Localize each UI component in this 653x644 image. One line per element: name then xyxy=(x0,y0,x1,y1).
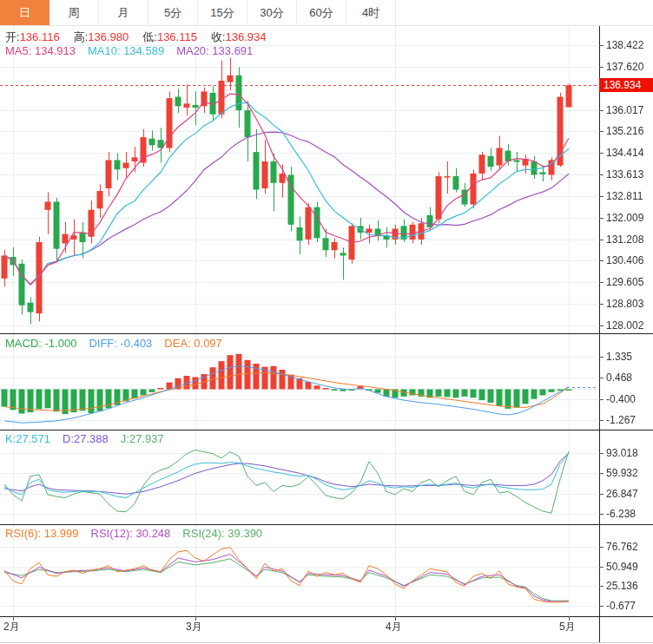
y-axis-tick-label: 93.018 xyxy=(606,447,638,459)
tab-60min[interactable]: 60分 xyxy=(297,0,346,25)
y-axis-tick-label: 132.009 xyxy=(606,212,643,224)
ohlc-label: 低: xyxy=(142,30,157,43)
stock-chart-app: 日周月5分15分30分60分4时 开:136.116高:136.980低:136… xyxy=(0,0,653,644)
ohlc-value: 136.980 xyxy=(88,30,129,43)
macd-legend: MACD: -1.000DIFF: -0.403DEA: 0.097 xyxy=(5,337,234,350)
y-axis-tick-label: 130.406 xyxy=(606,254,643,266)
y-axis-tick-label: 26.847 xyxy=(606,488,638,500)
y-axis-tick-label: 25.136 xyxy=(606,580,638,592)
candlestick-chart-canvas[interactable] xyxy=(0,0,653,644)
tab-week[interactable]: 周 xyxy=(49,0,99,25)
legend-item: RSI(12): 30.248 xyxy=(91,527,171,540)
y-axis-tick-label: 137.620 xyxy=(606,61,643,73)
y-axis-tick-label: -6.238 xyxy=(606,508,636,520)
y-axis-tick-label: 128.803 xyxy=(606,298,643,310)
y-axis-tick-label: 138.422 xyxy=(606,39,643,51)
y-axis-tick-label: -0.400 xyxy=(606,393,636,405)
ohlc-value: 136.116 xyxy=(20,30,60,43)
y-axis-tick-label: 133.613 xyxy=(606,168,643,181)
last-price-badge: 136.934 xyxy=(599,78,653,92)
ma-legend: MA5: 134.913MA10: 134.589MA20: 133.691 xyxy=(5,44,265,57)
y-axis-tick-label: 50.949 xyxy=(606,561,638,573)
tab-day[interactable]: 日 xyxy=(0,0,49,25)
legend-item: MA10: 134.589 xyxy=(88,44,164,57)
timeframe-tab-bar: 日周月5分15分30分60分4时 xyxy=(0,0,653,26)
kdj-legend: K:27.571D:27.388J:27.937 xyxy=(5,432,176,445)
x-axis-month-label: 2月 xyxy=(3,620,20,634)
ohlc-label: 高: xyxy=(74,30,89,43)
x-axis-month-label: 3月 xyxy=(186,620,202,634)
y-axis-tick-label: 129.605 xyxy=(606,276,643,288)
tab-30min[interactable]: 30分 xyxy=(247,0,297,25)
y-axis-tick-label: 134.414 xyxy=(606,147,643,159)
legend-item: J:27.937 xyxy=(121,432,164,445)
legend-item: MA5: 134.913 xyxy=(5,44,76,57)
rsi-legend: RSI(6): 13.999RSI(12): 30.248RSI(24): 39… xyxy=(5,527,274,540)
tab-5min[interactable]: 5分 xyxy=(148,0,198,25)
ohlc-label: 收: xyxy=(211,30,226,43)
y-axis-tick-label: 136.017 xyxy=(606,104,643,116)
legend-item: RSI(24): 39.390 xyxy=(182,527,262,540)
y-axis-tick-label: 0.468 xyxy=(606,371,632,384)
legend-item: DEA: 0.097 xyxy=(164,337,222,350)
y-axis-tick-label: 135.216 xyxy=(606,125,643,137)
y-axis-tick-label: -0.677 xyxy=(606,600,636,612)
legend-item: DIFF: -0.403 xyxy=(89,337,152,350)
tab-4hour[interactable]: 4时 xyxy=(346,0,396,25)
y-axis-tick-label: 59.932 xyxy=(606,467,638,479)
x-axis-month-label: 5月 xyxy=(559,620,576,634)
x-axis-month-label: 4月 xyxy=(386,620,402,634)
y-axis-tick-label: 131.208 xyxy=(606,233,643,246)
ohlc-value: 136.115 xyxy=(157,30,197,43)
legend-item: K:27.571 xyxy=(5,432,50,445)
y-axis-tick-label: 76.762 xyxy=(606,541,638,553)
legend-item: MA20: 133.691 xyxy=(176,44,253,57)
ohlc-legend: 开:136.116高:136.980低:136.115收:136.934 xyxy=(5,30,280,45)
y-axis-tick-label: -1.267 xyxy=(606,414,636,426)
legend-item: RSI(6): 13.999 xyxy=(5,527,79,540)
tab-15min[interactable]: 15分 xyxy=(198,0,247,25)
ohlc-label: 开: xyxy=(5,30,20,43)
tab-month[interactable]: 月 xyxy=(99,0,148,25)
y-axis-tick-label: 132.811 xyxy=(606,190,643,202)
ohlc-value: 136.934 xyxy=(226,30,267,43)
legend-item: MACD: -1.000 xyxy=(5,337,76,350)
y-axis-tick-label: 128.002 xyxy=(606,319,643,332)
y-axis-tick-label: 1.335 xyxy=(606,351,632,363)
legend-item: D:27.388 xyxy=(63,432,109,445)
